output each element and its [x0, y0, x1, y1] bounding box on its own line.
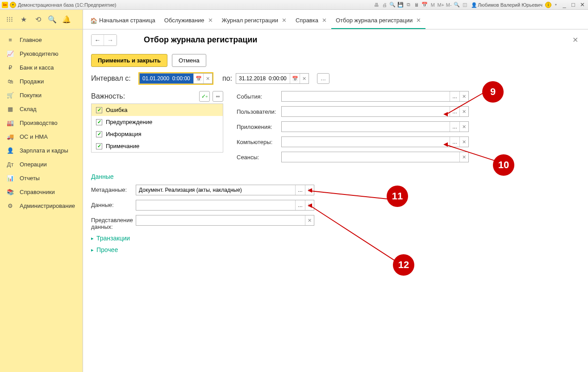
- sidebar-item-ос-и-нма[interactable]: 🚚ОС и НМА: [0, 130, 83, 144]
- sidebar-label: Операции: [20, 161, 47, 168]
- sidebar-item-зарплата-и-кадры[interactable]: 👤Зарплата и кадры: [0, 144, 83, 157]
- repr-input[interactable]: [136, 215, 305, 225]
- sidebar-item-производство[interactable]: 🏭Производство: [0, 116, 83, 130]
- filter-clear-button[interactable]: ✕: [459, 137, 468, 147]
- memory-mplus-icon[interactable]: M+: [437, 1, 444, 8]
- filter-row-приложения: Приложения:…✕: [237, 121, 469, 132]
- filter-input[interactable]: [282, 152, 459, 162]
- history-icon[interactable]: ⟲: [34, 16, 42, 24]
- interval-from-input[interactable]: [140, 74, 193, 83]
- filter-input[interactable]: [282, 122, 450, 132]
- save-icon[interactable]: 💾: [397, 1, 404, 8]
- tab-close-icon[interactable]: ✕: [416, 17, 421, 24]
- info-dropdown[interactable]: ▾: [552, 1, 559, 8]
- print-preview-icon[interactable]: 🖶: [373, 1, 380, 8]
- tab-close-icon[interactable]: ✕: [208, 17, 213, 24]
- other-section[interactable]: ▸ Прочее: [91, 246, 580, 253]
- panel-icon[interactable]: ◫: [461, 1, 468, 8]
- importance-item-предупреждение[interactable]: ✓Предупреждение: [92, 116, 223, 128]
- calendar-icon[interactable]: 📅: [421, 1, 428, 8]
- tab-close-icon[interactable]: ✕: [282, 17, 287, 24]
- filter-picker-button[interactable]: …: [450, 91, 459, 101]
- tab-close-icon[interactable]: ✕: [322, 17, 327, 24]
- filter-picker-button[interactable]: …: [450, 137, 459, 147]
- sidebar-item-склад[interactable]: ▦Склад: [0, 102, 83, 116]
- check-all-button[interactable]: ✓▫: [199, 91, 210, 102]
- tab-обслуживание[interactable]: Обслуживание✕: [160, 12, 217, 29]
- metadata-picker-button[interactable]: …: [295, 185, 305, 195]
- filter-field: ✕: [281, 152, 469, 162]
- checkbox-icon[interactable]: ✓: [96, 119, 102, 125]
- filter-field: …✕: [281, 136, 469, 147]
- checkbox-icon[interactable]: ✓: [96, 143, 102, 149]
- interval-to-input[interactable]: [236, 74, 290, 83]
- tab-справка[interactable]: Справка✕: [291, 12, 331, 29]
- calculator-icon[interactable]: 🖩: [413, 1, 420, 8]
- tab-label: Обслуживание: [164, 17, 204, 24]
- filter-input[interactable]: [282, 91, 450, 101]
- sidebar-item-покупки[interactable]: 🛒Покупки: [0, 88, 83, 102]
- repr-clear-button[interactable]: ✕: [305, 215, 314, 225]
- nav-forward-button[interactable]: →: [104, 35, 117, 45]
- minimize-button[interactable]: _: [560, 1, 568, 8]
- metadata-input[interactable]: [136, 185, 295, 195]
- notifications-icon[interactable]: 🔔: [63, 16, 71, 24]
- memory-mminus-icon[interactable]: M-: [445, 1, 452, 8]
- filter-input[interactable]: [282, 107, 450, 116]
- clear-to-button[interactable]: ✕: [300, 74, 309, 83]
- nav-back-button[interactable]: ←: [92, 35, 104, 45]
- info-button[interactable]: i: [545, 2, 551, 8]
- sidebar-item-руководителю[interactable]: 📈Руководителю: [0, 47, 83, 61]
- data-input[interactable]: [136, 200, 295, 210]
- compare-icon[interactable]: ⧉: [405, 1, 412, 8]
- uncheck-all-button[interactable]: ▫▫: [213, 91, 223, 102]
- search-icon[interactable]: 🔍: [48, 16, 56, 24]
- tab-журнал-регистрации[interactable]: Журнал регистрации✕: [217, 12, 291, 29]
- filter-clear-button[interactable]: ✕: [459, 91, 468, 101]
- sidebar-item-операции[interactable]: ДтОперации: [0, 157, 83, 171]
- filter-clear-button[interactable]: ✕: [459, 152, 468, 162]
- sidebar-item-банк-и-касса[interactable]: ₽Банк и касса: [0, 61, 83, 74]
- sidebar-item-отчеты[interactable]: 📊Отчеты: [0, 171, 83, 185]
- tab-отбор-журнала-регистрации[interactable]: Отбор журнала регистрации✕: [331, 12, 425, 29]
- data-label: Данные:: [91, 200, 136, 208]
- transactions-section[interactable]: ▸ Транзакции: [91, 235, 580, 242]
- tab-начальная-страница[interactable]: 🏠Начальная страница: [86, 12, 160, 29]
- filter-input[interactable]: [282, 137, 450, 147]
- interval-picker-button[interactable]: …: [317, 73, 329, 84]
- calendar-to-icon[interactable]: 📅: [290, 74, 300, 83]
- clear-from-button[interactable]: ✕: [203, 74, 212, 83]
- print-icon[interactable]: 🖨: [381, 1, 388, 8]
- filter-clear-button[interactable]: ✕: [459, 122, 468, 132]
- app-menu-dropdown[interactable]: ▾: [10, 2, 16, 8]
- close-page-button[interactable]: ✕: [571, 34, 580, 46]
- filter-picker-button[interactable]: …: [450, 122, 459, 132]
- search-doc-icon[interactable]: 🔍: [389, 1, 396, 8]
- apply-close-button[interactable]: Применить и закрыть: [91, 54, 167, 67]
- maximize-button[interactable]: □: [569, 1, 577, 8]
- checkbox-icon[interactable]: ✓: [96, 131, 102, 137]
- sidebar-item-администрирование[interactable]: ⚙Администрирование: [0, 199, 83, 213]
- sidebar-icon: ⚙: [6, 203, 14, 209]
- apps-icon[interactable]: ⁝⁝⁝: [5, 16, 13, 24]
- sidebar-item-справочники[interactable]: 📚Справочники: [0, 185, 83, 199]
- sidebar-label: Руководителю: [20, 50, 58, 57]
- sidebar-item-главное[interactable]: ≡Главное: [0, 33, 83, 47]
- favorites-icon[interactable]: ★: [20, 16, 28, 24]
- importance-item-информация[interactable]: ✓Информация: [92, 128, 223, 140]
- close-window-button[interactable]: ✕: [578, 1, 586, 8]
- memory-m-icon[interactable]: M: [429, 1, 436, 8]
- sidebar-item-продажи[interactable]: 🛍Продажи: [0, 74, 83, 88]
- importance-item-примечание[interactable]: ✓Примечание: [92, 140, 223, 152]
- importance-item-ошибка[interactable]: ✓Ошибка: [92, 104, 223, 116]
- checkbox-icon[interactable]: ✓: [96, 107, 102, 113]
- zoom-icon[interactable]: 🔍: [453, 1, 460, 8]
- calendar-from-icon[interactable]: 📅: [193, 74, 203, 83]
- repr-field: ✕: [136, 215, 314, 226]
- user-badge[interactable]: 👤 Любимов Валерий Юрьевич: [471, 2, 542, 8]
- data-picker-button[interactable]: …: [295, 200, 305, 210]
- cancel-button[interactable]: Отмена: [172, 54, 206, 67]
- sidebar-icon: 👤: [6, 148, 14, 154]
- filter-clear-button[interactable]: ✕: [459, 107, 468, 116]
- user-icon: 👤: [471, 2, 476, 8]
